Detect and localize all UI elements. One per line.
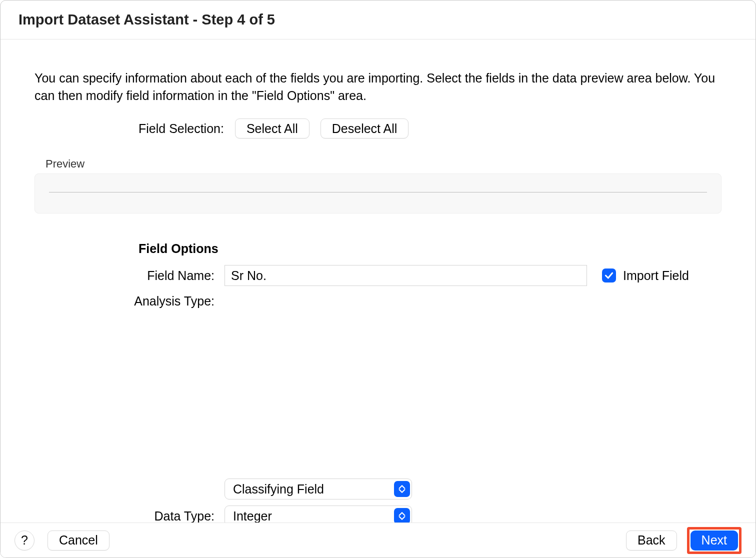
dialog-window: Import Dataset Assistant - Step 4 of 5 Y… — [0, 0, 756, 558]
dialog-footer: ? Cancel Back Next — [0, 522, 756, 558]
checkmark-icon — [604, 270, 614, 280]
back-button[interactable]: Back — [626, 530, 677, 550]
select-all-label: Select All — [246, 122, 298, 136]
analysis-type-select[interactable]: Classifying Field — [224, 478, 412, 500]
import-field-label: Import Field — [623, 268, 689, 283]
data-type-label: Data Type: — [34, 509, 224, 524]
analysis-type-row: Classifying Field — [34, 478, 722, 500]
field-name-input[interactable] — [224, 265, 587, 286]
field-options-heading: Field Options — [138, 242, 722, 256]
select-stepper-icon — [394, 508, 410, 524]
preview-divider — [49, 192, 707, 192]
preview-area[interactable] — [34, 174, 722, 214]
select-all-button[interactable]: Select All — [235, 118, 310, 138]
next-button[interactable]: Next — [690, 530, 738, 550]
analysis-type-label: Analysis Type: — [34, 294, 224, 308]
intro-text: You can specify information about each o… — [34, 70, 722, 104]
titlebar: Import Dataset Assistant - Step 4 of 5 — [0, 0, 756, 40]
import-field-checkbox[interactable] — [602, 268, 616, 282]
help-icon: ? — [21, 533, 28, 548]
field-name-row: Field Name: Import Field — [34, 265, 722, 286]
cancel-label: Cancel — [59, 533, 98, 548]
dialog-title: Import Dataset Assistant - Step 4 of 5 — [18, 12, 275, 28]
help-button[interactable]: ? — [14, 530, 34, 550]
cancel-button[interactable]: Cancel — [48, 530, 110, 550]
deselect-all-button[interactable]: Deselect All — [320, 118, 409, 138]
next-label: Next — [702, 533, 727, 548]
analysis-type-label-row: Analysis Type: — [34, 294, 722, 308]
nav-buttons: Back Next — [626, 527, 742, 554]
field-name-label: Field Name: — [34, 268, 224, 283]
field-selection-row: Field Selection: Select All Deselect All — [138, 118, 722, 138]
dialog-content: You can specify information about each o… — [0, 40, 756, 526]
field-selection-label: Field Selection: — [138, 122, 224, 136]
preview-label: Preview — [46, 158, 722, 170]
analysis-type-value: Classifying Field — [224, 478, 412, 500]
next-highlight-box: Next — [687, 527, 742, 554]
import-field-checkbox-wrap[interactable]: Import Field — [602, 268, 689, 283]
back-label: Back — [638, 533, 666, 548]
select-stepper-icon — [394, 481, 410, 497]
deselect-all-label: Deselect All — [332, 122, 398, 136]
